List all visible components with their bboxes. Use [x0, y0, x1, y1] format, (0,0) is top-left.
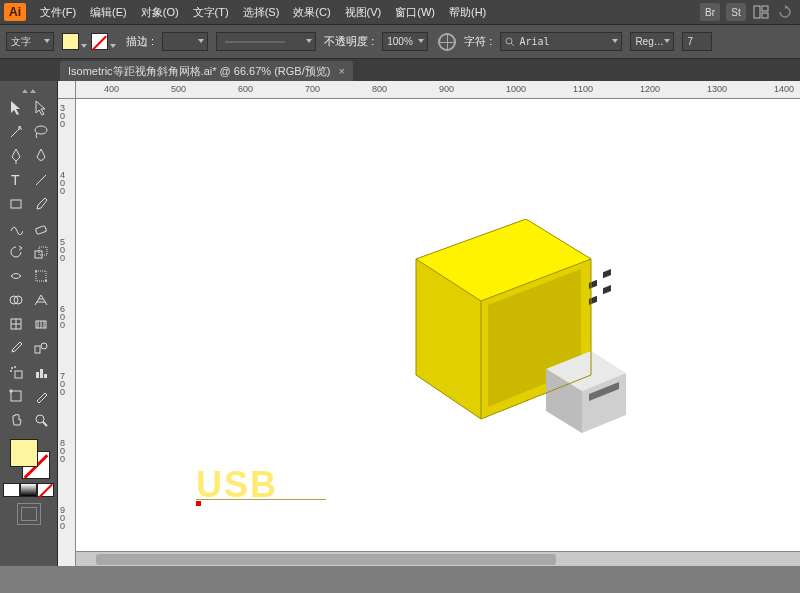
menu-effect[interactable]: 效果(C) — [293, 5, 330, 20]
zoom-tool[interactable] — [29, 409, 54, 431]
tool-mode-dropdown[interactable]: 文字 — [6, 32, 54, 51]
menu-type[interactable]: 文字(T) — [193, 5, 229, 20]
usb-illustration[interactable] — [376, 219, 636, 459]
symbol-sprayer-tool[interactable] — [4, 361, 29, 383]
fill-stroke-control[interactable] — [8, 437, 50, 479]
panel-grip-icon[interactable] — [14, 85, 44, 93]
artboard-tool[interactable] — [4, 385, 29, 407]
stroke-weight-input[interactable] — [162, 32, 208, 51]
menu-help[interactable]: 帮助(H) — [449, 5, 486, 20]
document-tab[interactable]: Isometric等距视角斜角网格.ai* @ 66.67% (RGB/预览) … — [60, 61, 353, 81]
horizontal-ruler[interactable]: 40050060070080090010001100120013001400 — [76, 81, 800, 99]
control-bar: 文字 描边 : 不透明度 : 100% 字符 : Arial Reg… 7 — [0, 25, 800, 59]
text-baseline — [196, 499, 326, 500]
brush-dropdown[interactable] — [216, 32, 316, 51]
width-tool[interactable] — [4, 265, 29, 287]
svg-point-31 — [10, 370, 12, 372]
color-mode-none[interactable] — [37, 483, 54, 497]
font-style-dropdown[interactable]: Reg… — [630, 32, 674, 51]
stroke-label: 描边 : — [126, 34, 154, 49]
svg-rect-14 — [36, 271, 46, 281]
eyedropper-tool[interactable] — [4, 337, 29, 359]
pen-tool[interactable] — [4, 145, 29, 167]
opacity-label: 不透明度 : — [324, 34, 374, 49]
canvas-area[interactable]: 40050060070080090010001100120013001400 3… — [58, 81, 800, 566]
color-mode-solid[interactable] — [3, 483, 20, 497]
menu-object[interactable]: 对象(O) — [141, 5, 179, 20]
paintbrush-tool[interactable] — [29, 193, 54, 215]
character-label: 字符 : — [464, 34, 492, 49]
scrollbar-thumb[interactable] — [96, 554, 556, 565]
fill-dropdown-icon[interactable] — [81, 44, 87, 48]
free-transform-tool[interactable] — [29, 265, 54, 287]
menu-bar: Ai 文件(F) 编辑(E) 对象(O) 文字(T) 选择(S) 效果(C) 视… — [0, 0, 800, 25]
ruler-tick: 1100 — [573, 84, 593, 94]
direct-selection-tool[interactable] — [29, 97, 54, 119]
scale-tool[interactable] — [29, 241, 54, 263]
horizontal-scrollbar[interactable] — [76, 551, 800, 566]
svg-rect-26 — [35, 346, 40, 353]
ruler-tick: 500 — [171, 84, 186, 94]
screen-mode[interactable] — [17, 503, 41, 525]
svg-text:T: T — [11, 173, 20, 187]
recolor-icon[interactable] — [438, 33, 456, 51]
menu-file[interactable]: 文件(F) — [40, 5, 76, 20]
app-logo: Ai — [4, 3, 26, 21]
svg-rect-32 — [36, 372, 39, 378]
type-tool[interactable]: T — [4, 169, 29, 191]
opacity-input[interactable]: 100% — [382, 32, 428, 51]
work-area: T 40050060070080090010001100120013001400… — [0, 81, 800, 566]
shape-builder-tool[interactable] — [4, 289, 29, 311]
rotate-tool[interactable] — [4, 241, 29, 263]
menu-edit[interactable]: 编辑(E) — [90, 5, 127, 20]
ruler-tick: 600 — [238, 84, 253, 94]
hand-tool[interactable] — [4, 409, 29, 431]
font-size-input[interactable]: 7 — [682, 32, 712, 51]
sync-icon[interactable] — [776, 3, 794, 21]
arrange-icon[interactable] — [752, 3, 770, 21]
status-bar — [0, 566, 800, 593]
blend-tool[interactable] — [29, 337, 54, 359]
curvature-tool[interactable] — [29, 145, 54, 167]
fill-swatch[interactable] — [62, 33, 79, 50]
column-graph-tool[interactable] — [29, 361, 54, 383]
svg-rect-2 — [762, 13, 768, 18]
shaper-tool[interactable] — [4, 217, 29, 239]
fill-color-box[interactable] — [10, 439, 38, 467]
color-mode-gradient[interactable] — [20, 483, 37, 497]
svg-point-6 — [19, 126, 21, 128]
bridge-button[interactable]: Br — [700, 3, 720, 21]
menu-window[interactable]: 窗口(W) — [395, 5, 435, 20]
stroke-dropdown-icon[interactable] — [110, 44, 116, 48]
close-tab-icon[interactable]: × — [338, 65, 344, 77]
rectangle-tool[interactable] — [4, 193, 29, 215]
slice-tool[interactable] — [29, 385, 54, 407]
ruler-tick: 800 — [372, 84, 387, 94]
artboard[interactable]: USB — [76, 99, 800, 559]
perspective-grid-tool[interactable] — [29, 289, 54, 311]
svg-point-15 — [35, 270, 37, 272]
menu-view[interactable]: 视图(V) — [345, 5, 382, 20]
selection-tool[interactable] — [4, 97, 29, 119]
font-size-value: 7 — [687, 36, 693, 47]
opacity-value: 100% — [387, 36, 413, 47]
gradient-tool[interactable] — [29, 313, 54, 335]
svg-rect-1 — [762, 6, 768, 11]
vertical-ruler[interactable]: 3004005006007008009001000 — [58, 99, 76, 566]
document-tab-strip: Isometric等距视角斜角网格.ai* @ 66.67% (RGB/预览) … — [0, 59, 800, 81]
svg-rect-51 — [603, 285, 611, 294]
eraser-tool[interactable] — [29, 217, 54, 239]
menu-select[interactable]: 选择(S) — [243, 5, 280, 20]
svg-rect-35 — [11, 391, 21, 401]
line-tool[interactable] — [29, 169, 54, 191]
magic-wand-tool[interactable] — [4, 121, 29, 143]
ruler-tick: 400 — [104, 84, 119, 94]
ruler-origin[interactable] — [58, 81, 76, 99]
mesh-tool[interactable] — [4, 313, 29, 335]
ruler-tick: 1000 — [506, 84, 526, 94]
stock-button[interactable]: St — [726, 3, 746, 21]
font-family-input[interactable]: Arial — [500, 32, 622, 51]
svg-line-5 — [511, 43, 514, 46]
lasso-tool[interactable] — [29, 121, 54, 143]
stroke-swatch[interactable] — [91, 33, 108, 50]
